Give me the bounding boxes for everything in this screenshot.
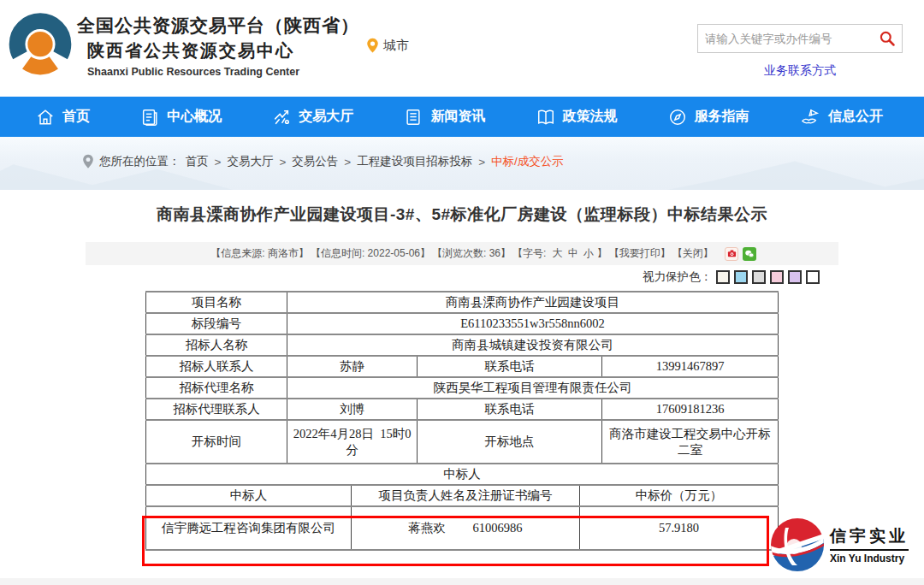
fontsize-small-button[interactable]: 小 [583, 246, 594, 261]
nav-label: 首页 [62, 108, 90, 126]
winner-row: 信宇腾远工程咨询集团有限公司 蒋燕欢 61006986 57.9180 [146, 506, 779, 550]
search-box [697, 24, 903, 53]
section-code-label: 标段编号 [146, 313, 287, 334]
city-selector[interactable]: 城市 [366, 38, 409, 54]
table-row: 招标代理联系人 刘博 联系电话 17609181236 [146, 399, 779, 420]
fontsize-medium-button[interactable]: 中 [568, 246, 578, 261]
breadcrumb-item-home[interactable]: 首页 [186, 154, 209, 169]
nav-item-news[interactable]: 新闻资讯 [404, 108, 485, 127]
winner-manager-name: 蒋燕欢 [408, 521, 446, 535]
winner-cert-no: 61006986 [473, 521, 523, 535]
tenderee-value: 商南县城镇建设投资有限公司 [287, 334, 779, 356]
main-nav: 首页 中心概况 交易大厅 新闻资讯 政策法规 服务指南 [0, 97, 924, 137]
agency-contact-value: 刘博 [287, 399, 418, 420]
fontsize-large-button[interactable]: 大 [553, 246, 563, 261]
breadcrumb-item-construction-bidding[interactable]: 工程建设项目招标投标 [357, 154, 472, 169]
winner-col-price: 中标价（万元） [580, 485, 779, 506]
eye-color-swatch-gray[interactable] [752, 270, 766, 284]
bid-result-table: 项目名称 商南县溧商协作产业园建设项目 标段编号 E6110233551w3r5… [145, 291, 778, 551]
site-title-line2: 陕西省公共资源交易中心 [77, 39, 385, 62]
share-icons [725, 247, 756, 261]
open-time-label: 开标时间 [146, 420, 287, 464]
footer-strip [0, 578, 924, 585]
nav-label: 政策法规 [563, 108, 618, 126]
location-pin-icon [366, 38, 379, 54]
trade-hall-icon [272, 108, 291, 127]
site-header: 全国公共资源交易平台（陕西省） 陕西省公共资源交易中心 Shaanxi Publ… [0, 0, 924, 97]
agency-phone-value: 17609181236 [602, 399, 779, 420]
nav-item-overview[interactable]: 中心概况 [140, 108, 222, 127]
agency-label: 招标代理名称 [146, 377, 287, 399]
breadcrumb: 您所在的位置： 首页 > 交易大厅 > 交易公告 > 工程建设项目招标投标 > … [82, 154, 564, 169]
policy-book-icon [536, 108, 555, 127]
tenderee-phone-value: 13991467897 [602, 356, 779, 377]
overview-doc-icon [140, 108, 159, 127]
tenderee-contact-value: 苏静 [287, 356, 418, 377]
share-wechat-icon[interactable] [743, 247, 756, 261]
table-row: 项目名称 商南县溧商协作产业园建设项目 [146, 292, 779, 313]
winner-col-manager: 项目负责人姓名及注册证书编号 [352, 485, 580, 506]
share-weibo-icon[interactable] [725, 247, 738, 261]
project-name-label: 项目名称 [146, 292, 287, 313]
breadcrumb-current[interactable]: 中标/成交公示 [491, 154, 564, 169]
eye-protection-label: 视力保护色： [643, 269, 712, 285]
eye-color-swatch-purple[interactable] [788, 270, 802, 284]
table-row: 招标人名称 商南县城镇建设投资有限公司 [146, 334, 779, 356]
tenderee-label: 招标人名称 [146, 334, 287, 356]
eye-color-swatch-cream[interactable] [716, 270, 730, 284]
business-contact-link[interactable]: 业务联系方式 [697, 63, 903, 79]
article-meta-bar: 【信息来源: 商洛市】 【信息时间: 2022-05-06】 【浏览次数: 36… [86, 242, 838, 265]
xinyu-watermark: 信宇实业 Xin Yu Industry [768, 514, 918, 576]
close-button[interactable]: 【关闭】 [672, 246, 714, 261]
nav-label: 交易大厅 [299, 108, 353, 126]
eye-color-swatch-pink[interactable] [770, 270, 784, 284]
nav-item-home[interactable]: 首页 [36, 108, 90, 127]
location-pin-icon [82, 154, 94, 169]
meta-fontsize-suffix: 】 [597, 246, 607, 261]
winner-manager: 蒋燕欢 61006986 [352, 506, 580, 550]
breadcrumb-prefix: 您所在的位置： [99, 154, 181, 169]
agency-contact-label: 招标代理联系人 [146, 399, 287, 420]
search-button[interactable] [873, 25, 902, 52]
nav-item-info-disclosure[interactable]: 信息公开 [800, 108, 883, 127]
winner-section-title: 中标人 [146, 464, 779, 485]
city-label: 城市 [383, 38, 409, 54]
mountain-decoration [633, 157, 924, 190]
meta-source: 【信息来源: 商洛市】 [210, 246, 309, 261]
open-place-label: 开标地点 [418, 420, 602, 464]
site-subtitle-en: Shaanxi Public Resources Trading Center [77, 66, 385, 78]
table-row: 中标人 [146, 464, 779, 485]
eye-color-swatch-white[interactable] [806, 270, 820, 284]
nav-item-policy[interactable]: 政策法规 [536, 108, 618, 127]
home-icon [36, 108, 55, 127]
nav-item-trade-hall[interactable]: 交易大厅 [272, 108, 353, 127]
table-row: 招标人联系人 苏静 联系电话 13991467897 [146, 356, 779, 377]
xinyu-name-cn: 信宇实业 [830, 525, 909, 551]
open-time-value: 2022年4月28日 15时0分 [287, 420, 418, 464]
table-row: 中标人 项目负责人姓名及注册证书编号 中标价（万元） [146, 485, 779, 506]
breadcrumb-item-announcements[interactable]: 交易公告 [292, 154, 338, 169]
disclosure-icon [800, 108, 820, 127]
breadcrumb-separator: > [478, 156, 485, 168]
breadcrumb-item-trade-hall[interactable]: 交易大厅 [227, 154, 273, 169]
compass-icon [668, 108, 687, 127]
nav-item-service-guide[interactable]: 服务指南 [668, 108, 749, 127]
eye-color-swatch-blue[interactable] [734, 270, 748, 284]
site-logo-icon [5, 7, 75, 86]
open-place-value: 商洛市建设工程交易中心开标二室 [602, 420, 779, 464]
breadcrumb-separator: > [344, 156, 351, 168]
breadcrumb-separator: > [279, 156, 286, 168]
phone-label: 联系电话 [418, 356, 602, 377]
meta-time: 【信息时间: 2022-05-06】 [311, 246, 430, 261]
winner-price: 57.9180 [580, 506, 779, 550]
print-button[interactable]: 【我要打印】 [609, 246, 671, 261]
table-row: 标段编号 E6110233551w3r558nn6002 [146, 313, 779, 334]
phone-label: 联系电话 [418, 399, 602, 420]
xinyu-logo-icon [768, 516, 826, 574]
nav-label: 新闻资讯 [430, 108, 485, 126]
search-input[interactable] [698, 32, 873, 45]
nav-label: 服务指南 [695, 108, 749, 126]
search-icon [879, 30, 896, 47]
meta-views: 【浏览次数: 36】 [432, 246, 511, 261]
table-row: 招标代理名称 陕西昊华工程项目管理有限责任公司 [146, 377, 779, 399]
